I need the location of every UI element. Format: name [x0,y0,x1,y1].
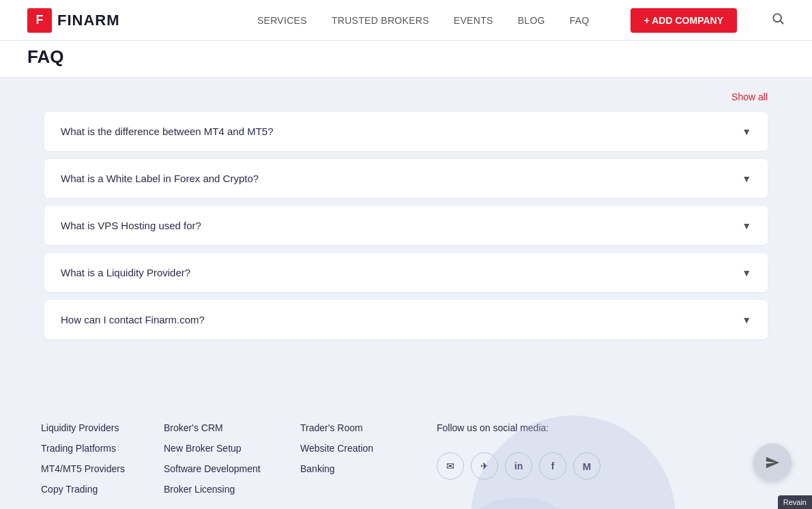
revain-label: Revain [783,498,807,506]
page-title-bar: FAQ [0,41,812,78]
nav-events[interactable]: EVENTS [454,15,493,26]
faq-item-2[interactable]: What is a White Label in Forex and Crypt… [44,159,768,198]
faq-item-1[interactable]: What is the difference between MT4 and M… [44,112,768,151]
nav-faq[interactable]: FAQ [570,15,590,26]
nav-services[interactable]: SERVICES [257,15,307,26]
footer-link-new-broker-setup[interactable]: New Broker Setup [164,443,300,454]
footer-col-2: Broker's CRM New Broker Setup Software D… [164,422,300,495]
fab-send-icon [765,455,780,470]
faq-question-3: What is VPS Hosting used for? [61,220,201,231]
footer-link-copy-trading[interactable]: Copy Trading [41,484,164,495]
footer-link-broker-licensing[interactable]: Broker Licensing [164,484,300,495]
footer-link-brokers-crm[interactable]: Broker's CRM [164,422,300,433]
search-button[interactable] [771,12,785,29]
header: F FINARM SERVICES TRUSTED BROKERS EVENTS… [0,0,812,41]
footer-link-traders-room[interactable]: Trader's Room [300,422,437,433]
revain-badge: Revain [778,495,812,509]
footer-col-1: Liquidity Providers Trading Platforms MT… [41,422,164,495]
footer-link-website-creation[interactable]: Website Creation [300,443,437,454]
show-all-row: Show all [44,91,768,102]
faq-question-2: What is a White Label in Forex and Crypt… [61,173,259,184]
faq-arrow-1: ▼ [742,126,751,137]
footer-link-banking[interactable]: Banking [300,463,437,474]
faq-arrow-3: ▼ [742,220,751,231]
main-nav: SERVICES TRUSTED BROKERS EVENTS BLOG FAQ… [257,8,785,33]
footer-link-mt4-mt5-providers[interactable]: MT4/MT5 Providers [41,463,164,474]
faq-arrow-5: ▼ [742,315,751,325]
fab-button[interactable] [753,443,792,482]
faq-question-4: What is a Liquidity Provider? [61,267,190,278]
nav-blog[interactable]: BLOG [518,15,545,26]
footer-col-3: Trader's Room Website Creation Banking [300,422,437,495]
main-content: Show all What is the difference between … [31,78,781,388]
logo-text: FINARM [57,12,120,29]
show-all-link[interactable]: Show all [731,91,768,102]
logo-link[interactable]: F FINARM [27,8,120,33]
logo-icon: F [27,8,52,33]
footer-link-trading-platforms[interactable]: Trading Platforms [41,443,164,454]
email-social-icon[interactable]: ✉ [437,452,464,480]
footer: Liquidity Providers Trading Platforms MT… [0,388,812,509]
footer-link-liquidity-providers[interactable]: Liquidity Providers [41,422,164,433]
footer-link-software-development[interactable]: Software Development [164,463,300,474]
nav-trusted-brokers[interactable]: TRUSTED BROKERS [332,15,429,26]
faq-arrow-4: ▼ [742,267,751,278]
page-title: FAQ [27,46,785,68]
add-company-button[interactable]: + ADD COMPANY [630,8,737,33]
faq-item-4[interactable]: What is a Liquidity Provider? ▼ [44,253,768,292]
faq-question-1: What is the difference between MT4 and M… [61,126,274,137]
faq-arrow-2: ▼ [742,173,751,184]
svg-line-1 [781,21,783,24]
faq-item-3[interactable]: What is VPS Hosting used for? ▼ [44,206,768,245]
faq-item-5[interactable]: How can I contact Finarm.com? ▼ [44,300,768,339]
faq-question-5: How can I contact Finarm.com? [61,314,205,325]
